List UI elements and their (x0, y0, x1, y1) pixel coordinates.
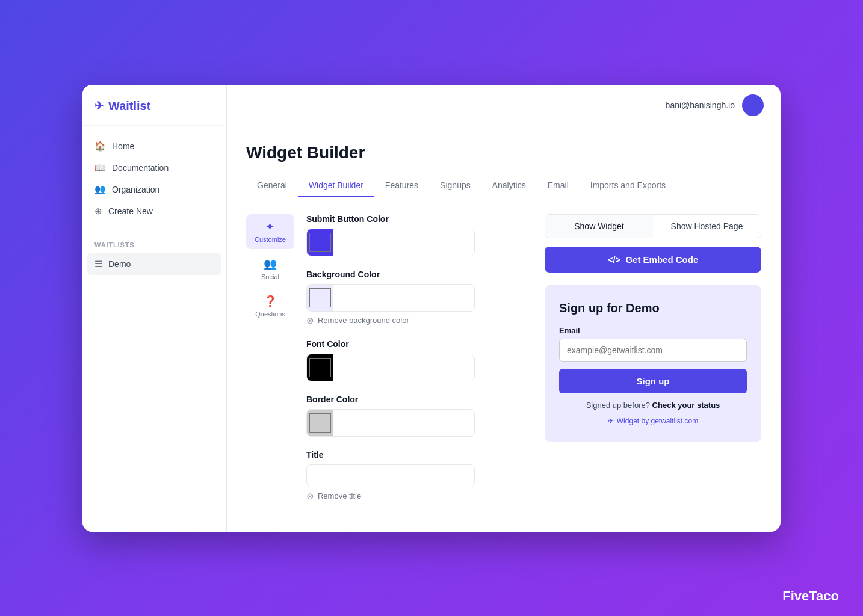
form-panel: Submit Button Color #4937e8 Background C… (306, 214, 528, 515)
remove-background-color[interactable]: ⊗ Remove background color (306, 315, 528, 326)
tab-widget-builder[interactable]: Widget Builder (298, 174, 374, 197)
border-color-text[interactable]: #cccccc (333, 413, 474, 433)
org-icon: 👥 (94, 184, 106, 195)
tab-signups[interactable]: Signups (429, 174, 481, 197)
remove-bg-icon: ⊗ (306, 315, 314, 326)
fivetaco-brand: FiveTaco (782, 588, 839, 604)
sidebar-label-docs: Documentation (112, 163, 169, 173)
background-color-input-row: #eceaff (306, 284, 475, 312)
main-content: bani@banisingh.io Widget Builder General… (227, 85, 781, 532)
preview-branding: ✈ Widget by getwaitlist.com (559, 417, 747, 425)
sidebar-item-documentation[interactable]: 📖 Documentation (82, 157, 226, 179)
font-color-group: Font Color #000000 (306, 339, 528, 381)
show-widget-btn[interactable]: Show Widget (545, 215, 653, 238)
submit-color-text[interactable]: #4937e8 (333, 233, 474, 252)
sub-nav-customize[interactable]: ✦ Customize (246, 214, 294, 249)
sidebar-label-home: Home (112, 141, 134, 151)
border-color-input-row: #cccccc (306, 409, 475, 437)
submit-color-label: Submit Button Color (306, 214, 528, 224)
submit-color-swatch[interactable] (307, 229, 333, 256)
get-embed-code-btn[interactable]: </> Get Embed Code (545, 247, 761, 273)
border-color-label: Border Color (306, 395, 528, 404)
background-color-swatch[interactable] (307, 285, 333, 311)
border-color-group: Border Color #cccccc (306, 395, 528, 437)
embed-icon: </> (608, 254, 621, 265)
sidebar-item-demo[interactable]: ☰ Demo (87, 253, 221, 275)
tab-general[interactable]: General (246, 174, 298, 197)
background-color-group: Background Color #eceaff ⊗ Remove backgr… (306, 270, 528, 326)
avatar[interactable] (742, 94, 764, 116)
social-icon: 👥 (264, 257, 277, 271)
app-name: Waitlist (108, 99, 150, 113)
border-color-swatch[interactable] (307, 410, 333, 436)
sidebar-label-org: Organization (112, 185, 159, 194)
sidebar-nav: 🏠 Home 📖 Documentation 👥 Organization ⊕ … (82, 126, 226, 232)
remove-title-icon: ⊗ (306, 491, 314, 502)
remove-title[interactable]: ⊗ Remove title (306, 491, 528, 502)
sub-nav-customize-label: Customize (255, 236, 286, 243)
title-group: Title Sign up for Demo ⊗ Remove title (306, 450, 528, 502)
preview-check-status: Signed up before? Check your status (559, 401, 747, 410)
book-icon: 📖 (94, 162, 106, 173)
remove-title-label: Remove title (318, 491, 361, 500)
right-panel: Show Widget Show Hosted Page </> Get Emb… (545, 214, 761, 515)
sidebar-item-create-new[interactable]: ⊕ Create New (82, 200, 226, 222)
check-status-bold: Check your status (652, 401, 720, 410)
font-color-text[interactable]: #000000 (333, 358, 474, 377)
branding-text: Widget by getwaitlist.com (617, 417, 698, 425)
font-color-label: Font Color (306, 339, 528, 349)
sidebar-label-create: Create New (108, 206, 153, 216)
sparkle-icon: ✦ (265, 220, 274, 233)
sidebar-item-organization[interactable]: 👥 Organization (82, 179, 226, 200)
sub-nav-questions[interactable]: ❓ Questions (247, 289, 294, 324)
font-color-input-row: #000000 (306, 354, 475, 381)
remove-background-label: Remove background color (318, 316, 409, 325)
plus-circle-icon: ⊕ (94, 206, 102, 217)
show-hosted-page-btn[interactable]: Show Hosted Page (653, 215, 761, 238)
home-icon: 🏠 (94, 141, 106, 152)
logo-icon: ✈ (94, 99, 104, 112)
widget-toggle-group: Show Widget Show Hosted Page (545, 214, 761, 238)
preview-email-input[interactable] (559, 339, 747, 362)
left-panel: ✦ Customize 👥 Social ❓ Questions (246, 214, 528, 515)
tab-features[interactable]: Features (374, 174, 429, 197)
submit-color-input-row: #4937e8 (306, 229, 475, 256)
check-status-text: Signed up before? (586, 401, 650, 410)
widget-preview: Sign up for Demo Email Sign up Signed up… (545, 285, 761, 442)
branding-plane-icon: ✈ (608, 417, 614, 425)
tab-imports-exports[interactable]: Imports and Exports (580, 174, 676, 197)
page-title: Widget Builder (246, 143, 761, 162)
sub-nav: ✦ Customize 👥 Social ❓ Questions (246, 214, 294, 515)
submit-color-group: Submit Button Color #4937e8 (306, 214, 528, 256)
background-color-label: Background Color (306, 270, 528, 279)
question-icon: ❓ (264, 295, 277, 308)
sidebar: ✈ Waitlist 🏠 Home 📖 Documentation 👥 Orga… (82, 85, 227, 532)
tab-analytics[interactable]: Analytics (481, 174, 537, 197)
app-logo[interactable]: ✈ Waitlist (94, 99, 214, 113)
sidebar-label-demo: Demo (108, 259, 131, 269)
preview-title: Sign up for Demo (559, 301, 747, 315)
sub-nav-social-label: Social (261, 273, 279, 280)
preview-signup-btn[interactable]: Sign up (559, 369, 747, 393)
user-email: bani@banisingh.io (666, 100, 735, 110)
font-color-swatch[interactable] (307, 354, 333, 381)
tab-email[interactable]: Email (537, 174, 580, 197)
preview-email-label: Email (559, 326, 747, 335)
sub-nav-social[interactable]: 👥 Social (251, 251, 289, 286)
list-icon: ☰ (94, 259, 102, 270)
sub-nav-questions-label: Questions (255, 310, 285, 318)
top-header: bani@banisingh.io (227, 85, 781, 126)
sidebar-item-home[interactable]: 🏠 Home (82, 135, 226, 157)
background-color-text[interactable]: #eceaff (333, 288, 474, 307)
sidebar-header: ✈ Waitlist (82, 85, 226, 126)
builder-layout: ✦ Customize 👥 Social ❓ Questions (246, 214, 761, 515)
embed-btn-label: Get Embed Code (625, 254, 698, 265)
title-input[interactable]: Sign up for Demo (306, 464, 475, 487)
tabs-bar: General Widget Builder Features Signups … (246, 174, 761, 197)
page-content: Widget Builder General Widget Builder Fe… (227, 126, 781, 532)
waitlists-section-label: WAITLISTS (82, 232, 226, 253)
title-label: Title (306, 450, 528, 460)
